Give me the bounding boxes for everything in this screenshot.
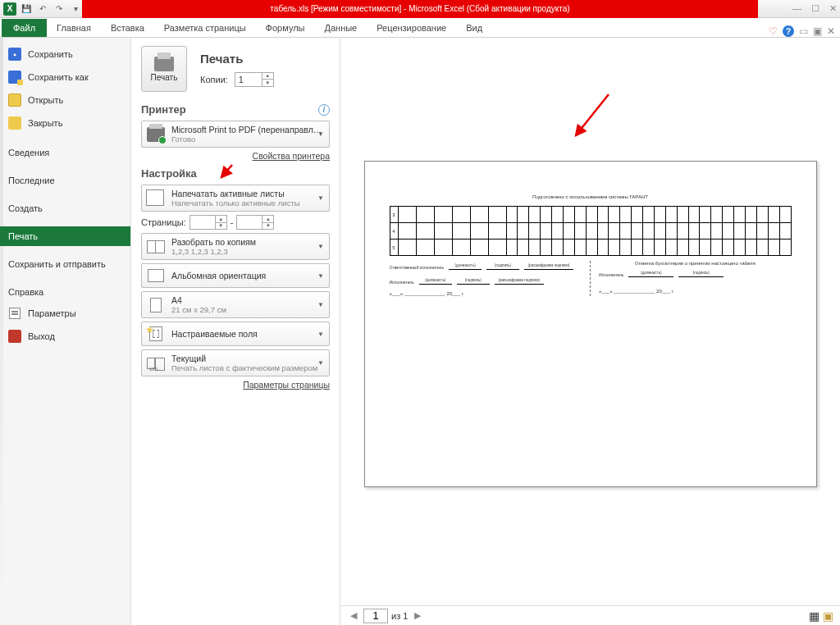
- nav-new[interactable]: Создать: [0, 198, 130, 218]
- show-margins-icon[interactable]: ▦: [809, 609, 819, 623]
- printer-icon: [154, 57, 174, 71]
- tab-page-layout[interactable]: Разметка страницы: [154, 19, 256, 37]
- nav-print[interactable]: Печать: [0, 226, 130, 246]
- nav-help[interactable]: Справка: [0, 282, 130, 302]
- ribbon-expand-icon[interactable]: ▣: [813, 25, 822, 37]
- print-title: Печать: [200, 52, 274, 66]
- collate-dropdown[interactable]: Разобрать по копиям1,2,3 1,2,3 1,2,3 ▼: [141, 233, 330, 260]
- ribbon-minimize-icon[interactable]: ▭: [799, 25, 808, 37]
- excel-icon: X: [3, 2, 16, 16]
- star-icon: ★: [145, 324, 154, 335]
- open-icon: [8, 94, 21, 107]
- tab-review[interactable]: Рецензирование: [367, 19, 456, 37]
- pager-prev-button[interactable]: ◀: [347, 609, 360, 623]
- backstage-nav: ▪Сохранить Сохранить как Открыть Закрыть…: [0, 38, 131, 625]
- nav-open[interactable]: Открыть: [0, 89, 130, 112]
- qat-undo-icon[interactable]: ↶: [36, 2, 49, 16]
- chevron-down-icon: ▼: [317, 243, 324, 250]
- window-title: табель.xls [Режим совместимости] - Micro…: [82, 0, 758, 18]
- close-icon: [8, 116, 21, 130]
- orientation-dropdown[interactable]: Альбомная ориентация ▼: [141, 263, 330, 288]
- chevron-down-icon: ▼: [317, 130, 324, 138]
- chevron-down-icon: ▼: [317, 272, 324, 280]
- collate-icon: [147, 240, 165, 253]
- nav-exit[interactable]: Выход: [0, 325, 130, 348]
- pages-from-input[interactable]: ▲▼: [189, 215, 227, 230]
- nav-save[interactable]: ▪Сохранить: [0, 43, 130, 66]
- preview-pager: ◀ из 1 ▶ ▦ ▣: [340, 605, 840, 625]
- help-icon[interactable]: ?: [783, 25, 794, 37]
- copies-down[interactable]: ▼: [262, 80, 273, 86]
- nav-info[interactable]: Сведения: [0, 143, 130, 162]
- options-icon: [8, 307, 21, 320]
- copies-label: Копии:: [200, 75, 228, 84]
- exit-icon: [8, 330, 21, 343]
- tab-insert[interactable]: Вставка: [101, 19, 154, 37]
- preview-table: 3 4 5: [390, 206, 792, 256]
- margins-dropdown[interactable]: ★ Настраиваемые поля ▼: [141, 322, 330, 346]
- tab-home[interactable]: Главная: [47, 19, 101, 37]
- nav-share[interactable]: Сохранить и отправить: [0, 254, 130, 274]
- ribbon-close-icon[interactable]: ✕: [827, 25, 835, 37]
- qat-customize-icon[interactable]: ▾: [69, 2, 82, 16]
- chevron-down-icon: ▼: [317, 331, 324, 338]
- ribbon-tabs: Файл Главная Вставка Разметка страницы Ф…: [0, 18, 840, 38]
- print-what-dropdown[interactable]: Напечатать активные листыНапечатать толь…: [141, 185, 330, 212]
- orientation-icon: [148, 269, 164, 282]
- qat-redo-icon[interactable]: ↷: [52, 2, 66, 16]
- printer-properties-link[interactable]: Свойства принтера: [141, 151, 330, 161]
- tab-view[interactable]: Вид: [456, 19, 492, 37]
- save-icon: ▪: [8, 48, 21, 61]
- info-icon[interactable]: i: [318, 104, 330, 116]
- tab-data[interactable]: Данные: [314, 19, 367, 37]
- pager-of-label: из 1: [391, 611, 408, 621]
- page-setup-link[interactable]: Параметры страницы: [141, 380, 330, 390]
- tab-file[interactable]: Файл: [2, 19, 47, 37]
- print-settings-panel: Печать Печать Копии: 1▲▼ Принтерi Micros…: [131, 38, 340, 625]
- pager-current-input[interactable]: [363, 609, 388, 623]
- minimize-button[interactable]: —: [792, 3, 801, 14]
- copies-up[interactable]: ▲: [262, 73, 273, 80]
- heart-icon[interactable]: ♡: [769, 25, 778, 37]
- chevron-down-icon: ▼: [317, 194, 324, 202]
- nav-options[interactable]: Параметры: [0, 302, 130, 325]
- chevron-down-icon: ▼: [317, 359, 324, 367]
- copies-input[interactable]: 1▲▼: [235, 72, 274, 87]
- nav-recent[interactable]: Последние: [0, 171, 130, 190]
- pager-next-button[interactable]: ▶: [411, 609, 424, 623]
- pages-to-input[interactable]: ▲▼: [236, 215, 274, 230]
- zoom-to-page-icon[interactable]: ▣: [823, 609, 833, 623]
- tab-formulas[interactable]: Формулы: [256, 19, 315, 37]
- pages-label: Страницы:: [141, 217, 186, 227]
- chevron-down-icon: ▼: [317, 301, 324, 308]
- scale-dropdown[interactable]: 100 ТекущийПечать листов с фактическим р…: [141, 349, 330, 376]
- settings-section-title: Настройка: [141, 167, 197, 180]
- maximize-button[interactable]: ☐: [811, 3, 819, 14]
- print-preview-panel: Подготовлено с использованием системы ГА…: [340, 38, 840, 625]
- printer-section-title: Принтер: [141, 103, 186, 116]
- printer-dropdown[interactable]: Microsoft Print to PDF (перенаправлено 1…: [141, 121, 330, 148]
- scroll-strip: [0, 38, 3, 625]
- close-button[interactable]: ✕: [829, 3, 837, 14]
- saveas-icon: [8, 71, 21, 84]
- paper-size-dropdown[interactable]: A421 см x 29,7 см ▼: [141, 291, 330, 318]
- preview-page: Подготовлено с использованием системы ГА…: [364, 161, 817, 487]
- nav-saveas[interactable]: Сохранить как: [0, 66, 130, 89]
- nav-close[interactable]: Закрыть: [0, 112, 130, 135]
- qat-save-icon[interactable]: 💾: [20, 2, 33, 16]
- a4-icon: [150, 298, 162, 312]
- print-button[interactable]: Печать: [141, 46, 187, 92]
- titlebar: X 💾 ↶ ↷ ▾ табель.xls [Режим совместимост…: [0, 0, 840, 18]
- sheets-icon: [148, 191, 164, 206]
